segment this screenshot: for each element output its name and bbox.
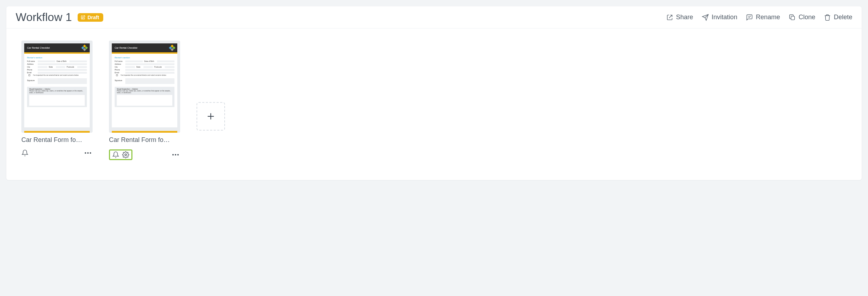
gear-icon[interactable] [122,151,129,158]
page-title: Workflow 1 [16,11,72,24]
edit-icon [80,15,85,20]
cards-area: Car Rental Checklist Renter's section Fu… [6,28,862,180]
rename-button[interactable]: Rename [746,14,780,21]
doc-heading: Car Rental Checklist [115,47,137,49]
plus-icon [206,112,215,121]
card-title: Car Rental Form fo… [109,136,180,144]
document-card[interactable]: Car Rental Checklist Renter's section Fu… [21,41,93,160]
send-icon [702,14,709,21]
svg-point-1 [125,154,127,156]
add-document-button[interactable] [197,102,225,131]
rename-icon [746,14,753,21]
logo-icon [169,44,175,51]
more-menu[interactable] [171,153,180,157]
card-title: Car Rental Form fo… [21,136,93,144]
doc-section: Renter's section [115,57,174,59]
logo-icon [81,44,88,51]
document-card[interactable]: Car Rental Checklist Renter's section Fu… [109,41,180,160]
invitation-button[interactable]: Invitation [702,14,737,21]
more-menu[interactable] [83,151,93,155]
header-actions: Share Invitation Rename Clone Delete [666,14,852,21]
delete-button[interactable]: Delete [824,14,852,21]
doc-heading: Car Rental Checklist [27,47,50,49]
svg-rect-0 [791,16,795,20]
status-badge-label: Draft [88,15,99,20]
share-icon [666,14,673,21]
bell-icon[interactable] [21,149,28,157]
document-thumbnail: Car Rental Checklist Renter's section Fu… [109,41,180,133]
bell-icon[interactable] [112,151,119,158]
doc-section: Renter's section [27,57,87,59]
header-bar: Workflow 1 Draft Share Invitation Rename… [6,6,862,28]
share-button[interactable]: Share [666,14,693,21]
clone-icon [789,14,796,21]
document-thumbnail: Car Rental Checklist Renter's section Fu… [21,41,93,133]
status-badge: Draft [78,13,104,22]
trash-icon [824,14,831,21]
workflow-panel: Workflow 1 Draft Share Invitation Rename… [6,6,862,180]
clone-button[interactable]: Clone [789,14,815,21]
highlighted-actions [109,149,132,160]
